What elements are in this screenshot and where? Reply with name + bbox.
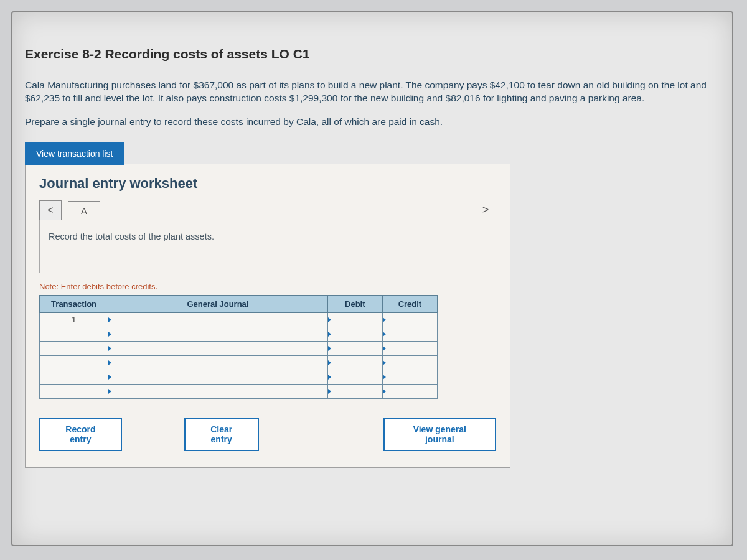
table-row xyxy=(40,370,438,384)
cell-transaction xyxy=(40,384,108,398)
cell-general-journal[interactable] xyxy=(108,355,328,370)
cell-debit[interactable] xyxy=(327,355,382,370)
prev-entry-button[interactable]: < xyxy=(39,200,62,220)
journal-entry-table: Transaction General Journal Debit Credit… xyxy=(39,295,438,399)
col-header-general-journal: General Journal xyxy=(108,295,328,312)
table-row xyxy=(40,384,438,398)
cell-general-journal[interactable] xyxy=(108,327,328,341)
instruction-line: Prepare a single journal entry to record… xyxy=(25,116,720,128)
exercise-screen: Exercise 8-2 Recording costs of assets L… xyxy=(11,11,733,546)
clear-entry-button[interactable]: Clear entry xyxy=(184,418,259,451)
worksheet-title: Journal entry worksheet xyxy=(39,175,496,192)
view-transaction-list-button[interactable]: View transaction list xyxy=(25,142,124,165)
cell-credit[interactable] xyxy=(382,312,437,327)
cell-credit[interactable] xyxy=(382,327,437,341)
cell-debit[interactable] xyxy=(327,327,382,341)
col-header-credit: Credit xyxy=(382,295,437,312)
cell-debit[interactable] xyxy=(327,341,382,355)
cell-credit[interactable] xyxy=(382,384,437,398)
cell-general-journal[interactable] xyxy=(108,370,328,384)
journal-entry-worksheet-panel: Journal entry worksheet < A > Record the… xyxy=(25,164,510,468)
cell-general-journal[interactable] xyxy=(108,341,328,355)
problem-statement: Cala Manufacturing purchases land for $3… xyxy=(25,79,720,105)
tab-a[interactable]: A xyxy=(68,201,100,220)
cell-general-journal[interactable] xyxy=(108,312,328,327)
cell-debit[interactable] xyxy=(327,384,382,398)
chevron-right-icon: > xyxy=(482,203,489,217)
cell-transaction xyxy=(40,341,108,355)
table-row xyxy=(40,341,438,355)
cell-debit[interactable] xyxy=(327,370,382,384)
cell-transaction xyxy=(40,327,108,341)
cell-transaction xyxy=(40,355,108,370)
table-row: 1 xyxy=(40,312,438,327)
cell-general-journal[interactable] xyxy=(108,384,328,398)
col-header-transaction: Transaction xyxy=(40,295,108,312)
cell-debit[interactable] xyxy=(327,312,382,327)
cell-credit[interactable] xyxy=(382,370,437,384)
cell-credit[interactable] xyxy=(382,341,437,355)
note-text: Note: Enter debits before credits. xyxy=(39,282,496,291)
chevron-left-icon: < xyxy=(47,205,53,216)
entry-instruction-text: Record the total costs of the plant asse… xyxy=(49,231,214,241)
next-entry-button[interactable]: > xyxy=(475,201,496,220)
entry-instruction-panel: Record the total costs of the plant asse… xyxy=(39,220,496,273)
col-header-debit: Debit xyxy=(327,295,382,312)
table-header-row: Transaction General Journal Debit Credit xyxy=(40,295,438,312)
tab-a-label: A xyxy=(81,206,87,216)
action-button-row: Record entry Clear entry View general jo… xyxy=(39,418,496,451)
view-general-journal-button[interactable]: View general journal xyxy=(383,418,496,451)
worksheet-tab-row: < A > xyxy=(39,200,496,220)
table-row xyxy=(40,355,438,370)
exercise-title: Exercise 8-2 Recording costs of assets L… xyxy=(25,47,720,62)
record-entry-button[interactable]: Record entry xyxy=(39,418,122,451)
cell-transaction xyxy=(40,370,108,384)
table-row xyxy=(40,327,438,341)
cell-credit[interactable] xyxy=(382,355,437,370)
cell-transaction: 1 xyxy=(40,312,108,327)
